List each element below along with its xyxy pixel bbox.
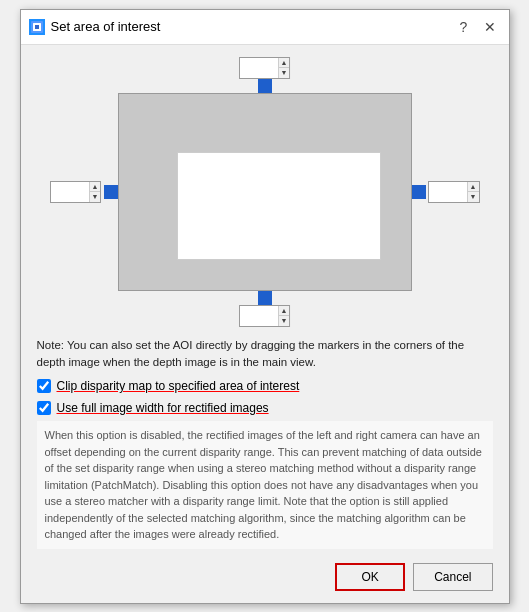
outer-preview-rect — [118, 93, 412, 291]
inner-selection-rect — [177, 152, 381, 260]
bottom-increment-btn[interactable]: ▲ — [279, 306, 290, 317]
top-decrement-btn[interactable]: ▼ — [279, 68, 290, 78]
bottom-spinbox: 1527 ▲ ▼ — [239, 305, 291, 327]
dialog-icon — [29, 19, 45, 35]
title-bar: Set area of interest ? ✕ — [21, 10, 509, 45]
left-decrement-btn[interactable]: ▼ — [90, 192, 101, 202]
description-box: When this option is disabled, the rectif… — [37, 421, 493, 549]
ok-button[interactable]: OK — [335, 563, 405, 591]
canvas-area: 242 ▲ ▼ 602 ▲ — [50, 57, 480, 327]
dialog-title: Set area of interest — [51, 19, 447, 34]
left-increment-btn[interactable]: ▲ — [90, 182, 101, 193]
top-increment-btn[interactable]: ▲ — [279, 58, 290, 69]
left-spinbox: 602 ▲ ▼ — [50, 181, 102, 203]
help-button[interactable]: ? — [453, 16, 475, 38]
title-bar-actions: ? ✕ — [453, 16, 501, 38]
left-marker[interactable] — [104, 185, 118, 199]
right-spinbox-buttons: ▲ ▼ — [467, 182, 479, 202]
right-spinbox: 1215 ▲ ▼ — [428, 181, 480, 203]
close-button[interactable]: ✕ — [479, 16, 501, 38]
clip-disparity-checkbox[interactable] — [37, 379, 51, 393]
bottom-spinbox-buttons: ▲ ▼ — [278, 306, 290, 326]
button-row: OK Cancel — [37, 563, 493, 591]
svg-rect-2 — [35, 25, 39, 29]
dialog-window: Set area of interest ? ✕ 242 ▲ ▼ — [20, 9, 510, 604]
right-value-input[interactable]: 1215 — [429, 182, 467, 202]
left-spinbox-buttons: ▲ ▼ — [89, 182, 101, 202]
bottom-marker[interactable] — [258, 291, 272, 305]
bottom-decrement-btn[interactable]: ▼ — [279, 316, 290, 326]
right-increment-btn[interactable]: ▲ — [468, 182, 479, 193]
full-width-label[interactable]: Use full image width for rectified image… — [57, 401, 269, 415]
description-text: When this option is disabled, the rectif… — [45, 429, 482, 540]
bottom-value-input[interactable]: 1527 — [240, 306, 278, 326]
left-value-input[interactable]: 602 — [51, 182, 89, 202]
full-width-option-row: Use full image width for rectified image… — [37, 401, 493, 415]
top-spinbox-buttons: ▲ ▼ — [278, 58, 290, 78]
clip-disparity-option-row: Clip disparity map to specified area of … — [37, 379, 493, 393]
full-width-checkbox[interactable] — [37, 401, 51, 415]
note-text: Note: You can also set the AOI directly … — [37, 337, 493, 372]
top-spinbox: 242 ▲ ▼ — [239, 57, 291, 79]
right-decrement-btn[interactable]: ▼ — [468, 192, 479, 202]
dialog-body: 242 ▲ ▼ 602 ▲ — [21, 45, 509, 603]
right-marker[interactable] — [412, 185, 426, 199]
cancel-button[interactable]: Cancel — [413, 563, 492, 591]
top-value-input[interactable]: 242 — [240, 58, 278, 78]
clip-disparity-label[interactable]: Clip disparity map to specified area of … — [57, 379, 300, 393]
top-marker[interactable] — [258, 79, 272, 93]
